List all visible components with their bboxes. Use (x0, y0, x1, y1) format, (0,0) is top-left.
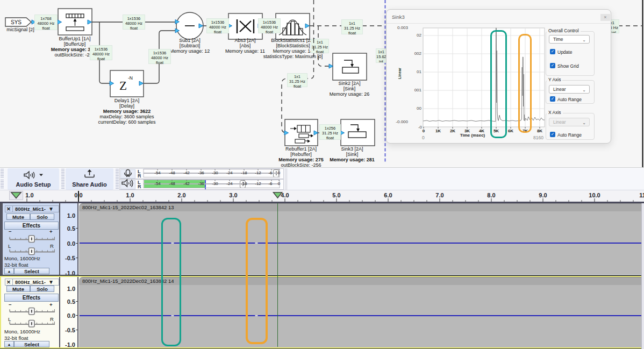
svg-text:R: R (138, 184, 141, 189)
svg-text:R: R (138, 173, 141, 179)
svg-text:SYS: SYS (11, 19, 22, 25)
svg-text:Linear: Linear (398, 68, 402, 79)
svg-text:-N: -N (128, 75, 133, 81)
svg-text:Z: Z (119, 79, 127, 92)
